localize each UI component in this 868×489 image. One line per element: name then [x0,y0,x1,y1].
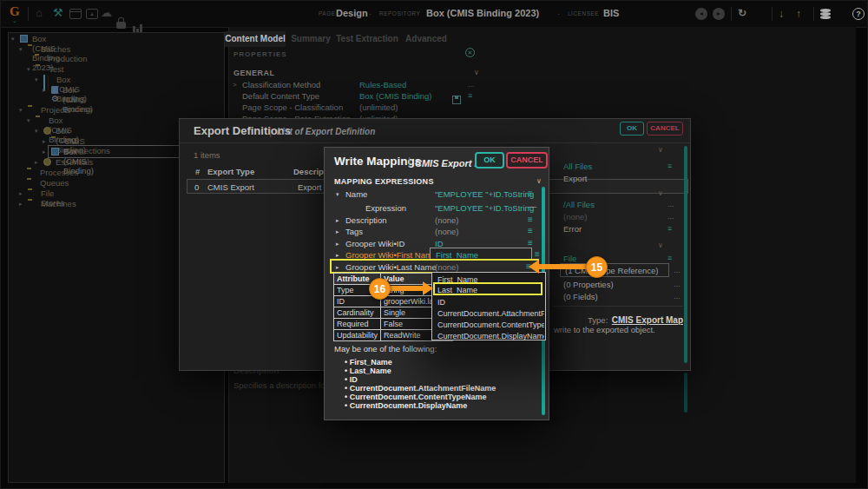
callout-arrow-15 [538,264,588,269]
callout-arrow-16 [390,286,424,291]
callout-arrow-16-head [423,281,433,295]
callout-badge-15: 15 [586,256,608,278]
callout-badge-16: 16 [369,278,391,300]
grooper-design-screen: G ⌄ ⌂ ⚒ ▴ ☁ PAGE Design · REPOSITORY Box… [0,0,868,489]
